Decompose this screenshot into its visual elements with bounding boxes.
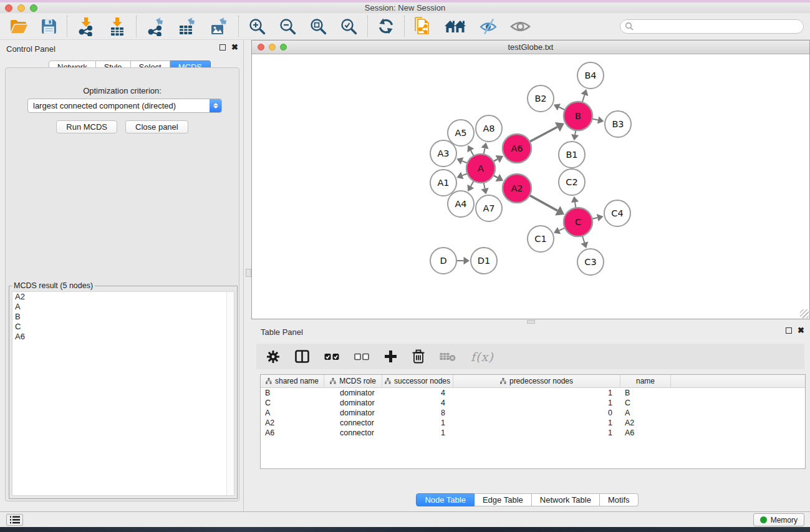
graph-node-D[interactable]: D — [430, 248, 456, 274]
mcds-result-item[interactable]: A6 — [12, 332, 234, 342]
graph-edge-A-A4[interactable] — [471, 181, 474, 186]
graph-node-C3[interactable]: C3 — [577, 249, 604, 275]
mcds-list-scrollbar[interactable] — [226, 292, 234, 495]
vertical-split-handle[interactable] — [246, 269, 251, 277]
table-toolbar: f(x) — [256, 344, 804, 369]
tab-network-table[interactable]: Network Table — [532, 493, 600, 506]
graph-node-A[interactable]: A — [466, 154, 495, 183]
window-resize-grip[interactable] — [800, 309, 809, 318]
mcds-result-item[interactable]: A2 — [12, 292, 234, 302]
table-cell: C — [261, 399, 324, 407]
node-label: A5 — [455, 128, 466, 138]
graph-edge-C-C1[interactable] — [559, 228, 565, 230]
graph-edge-C-C2[interactable] — [575, 202, 576, 208]
mcds-result-item[interactable]: B — [12, 312, 234, 322]
save-session-icon[interactable] — [41, 18, 57, 35]
function-builder-icon[interactable]: f(x) — [471, 350, 494, 364]
mcds-result-item[interactable]: A — [12, 302, 234, 312]
export-network-icon[interactable] — [146, 17, 165, 36]
graph-edge-A-A3[interactable] — [462, 161, 467, 163]
hide-details-icon[interactable] — [479, 18, 498, 35]
graph-node-B2[interactable]: B2 — [528, 85, 554, 112]
zoom-selected-icon[interactable] — [340, 17, 358, 36]
table-row[interactable]: Bdominator41B — [261, 388, 805, 398]
graph-node-A8[interactable]: A8 — [476, 115, 502, 142]
delete-column-trash-icon[interactable] — [412, 349, 425, 364]
home-networks-icon[interactable] — [444, 18, 466, 34]
create-column-plus-icon[interactable] — [384, 350, 397, 363]
graph-node-A4[interactable]: A4 — [448, 191, 474, 217]
graph-edge-A2-C[interactable] — [529, 195, 557, 211]
import-network-icon[interactable] — [77, 17, 95, 36]
show-column-panel-icon[interactable] — [295, 350, 309, 363]
column-header-shared-name[interactable]: shared name — [261, 375, 324, 387]
column-header-name[interactable]: name — [620, 375, 671, 387]
table-row[interactable]: Adominator80A — [261, 408, 805, 418]
table-row[interactable]: A6connector11A6 — [261, 428, 805, 438]
tab-motifs[interactable]: Motifs — [600, 493, 639, 506]
close-panel-icon[interactable]: ✖ — [231, 44, 238, 51]
close-table-panel-icon[interactable]: ✖ — [798, 327, 804, 334]
float-table-panel-icon[interactable] — [786, 327, 792, 334]
column-header-successor-nodes[interactable]: successor nodes — [382, 375, 453, 387]
export-image-icon[interactable] — [210, 17, 229, 36]
graph-node-B1[interactable]: B1 — [559, 142, 585, 168]
show-details-icon[interactable] — [510, 19, 531, 34]
graph-node-C2[interactable]: C2 — [559, 169, 585, 195]
zoom-fit-icon[interactable] — [309, 17, 327, 36]
graph-node-B[interactable]: B — [564, 102, 592, 130]
tab-edge-table[interactable]: Edge Table — [475, 493, 532, 506]
export-table-icon[interactable] — [178, 17, 197, 36]
graph-edge-A-A1[interactable] — [462, 173, 467, 175]
search-input[interactable] — [634, 20, 803, 33]
graph-node-C[interactable]: C — [564, 208, 592, 236]
graph-node-A5[interactable]: A5 — [448, 120, 474, 146]
graph-node-C4[interactable]: C4 — [604, 200, 630, 226]
graph-edge-arrowhead — [571, 196, 579, 203]
criterion-dropdown[interactable]: largest connected component (directed) — [27, 99, 222, 113]
refresh-icon[interactable] — [377, 17, 395, 35]
float-panel-icon[interactable] — [219, 44, 226, 51]
graph-edge-B-B4[interactable] — [582, 95, 585, 102]
mcds-result-item[interactable]: C — [12, 322, 234, 332]
network-window-titlebar[interactable]: testGlobe.txt — [252, 41, 809, 54]
graph-node-A7[interactable]: A7 — [476, 195, 502, 221]
run-mcds-button[interactable]: Run MCDS — [56, 120, 117, 133]
deselect-all-icon[interactable] — [354, 351, 369, 362]
graph-node-A3[interactable]: A3 — [430, 140, 456, 167]
graph-node-B4[interactable]: B4 — [577, 62, 604, 89]
graph-node-D1[interactable]: D1 — [471, 248, 497, 274]
network-canvas[interactable]: B4B2BB3A5A8A6B1A3AC2A1A2A4A7C4CC1C3DD1 — [252, 55, 809, 319]
zoom-out-icon[interactable] — [279, 17, 297, 36]
zoom-in-icon[interactable] — [248, 17, 266, 36]
column-header-MCDS-role[interactable]: MCDS role — [324, 375, 382, 387]
table-cell: C — [620, 399, 671, 407]
graph-edge-B-B2[interactable] — [559, 107, 565, 110]
close-panel-button[interactable]: Close panel — [125, 120, 188, 133]
network-from-file-icon[interactable] — [414, 17, 432, 36]
graph-edge-C-C4[interactable] — [592, 218, 597, 219]
graph-node-A1[interactable]: A1 — [430, 170, 456, 196]
table-row[interactable]: Cdominator41C — [261, 398, 805, 408]
graph-node-A6[interactable]: A6 — [503, 134, 531, 163]
import-table-icon[interactable] — [108, 17, 127, 36]
delete-table-icon[interactable] — [440, 351, 456, 362]
task-history-button[interactable] — [6, 514, 23, 526]
select-all-icon[interactable] — [324, 351, 339, 362]
graph-node-A2[interactable]: A2 — [503, 174, 531, 203]
graph-edge-A-A5[interactable] — [471, 150, 474, 156]
graph-edge-A-A8[interactable] — [484, 148, 485, 155]
graph-node-C1[interactable]: C1 — [528, 226, 554, 252]
table-settings-gear-icon[interactable] — [266, 350, 280, 364]
memory-button[interactable]: Memory — [753, 513, 804, 526]
graph-edge-A-A7[interactable] — [484, 183, 485, 189]
graph-node-B3[interactable]: B3 — [605, 111, 631, 137]
graph-edge-B-B3[interactable] — [592, 119, 599, 120]
tab-node-table[interactable]: Node Table — [416, 493, 475, 506]
toolbar-search[interactable] — [620, 19, 804, 34]
graph-edge-A6-B[interactable] — [529, 127, 557, 142]
table-row[interactable]: A2connector11A2 — [261, 418, 805, 428]
column-header-predecessor-nodes[interactable]: predecessor nodes — [453, 375, 620, 387]
open-session-icon[interactable] — [9, 18, 28, 35]
graph-edge-C-C3[interactable] — [582, 236, 584, 243]
